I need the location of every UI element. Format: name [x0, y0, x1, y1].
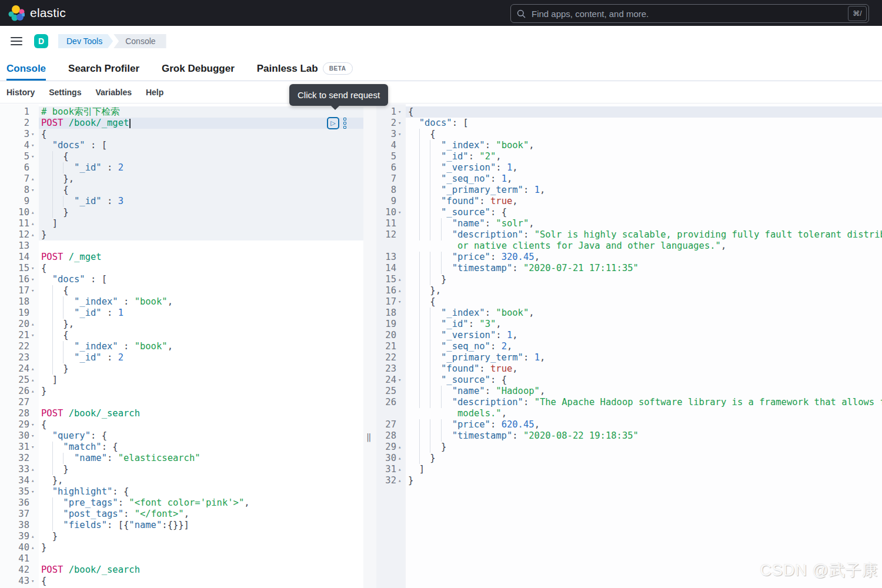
request-options-kebab-icon[interactable]: [343, 118, 346, 130]
play-icon: ▷: [330, 119, 335, 127]
code-line: 11▴]: [0, 218, 363, 229]
code-line: 36"pre_tags": "<font color='pink'>",: [0, 497, 363, 509]
code-line: 17▾{: [0, 285, 363, 296]
code-line: 4"_index": "book",: [376, 140, 882, 151]
code-line: 3▾{: [0, 129, 363, 140]
tab-grok-debugger[interactable]: Grok Debugger: [162, 56, 235, 81]
menu-item-settings[interactable]: Settings: [49, 88, 81, 97]
breadcrumb-dev-tools[interactable]: Dev Tools: [58, 34, 113, 48]
menu-item-variables[interactable]: Variables: [95, 88, 132, 97]
code-line: 23"found": true,: [376, 363, 882, 375]
code-line: 29▾{: [0, 419, 363, 430]
code-line: 43▾{: [0, 576, 363, 587]
code-line: 3▾{: [376, 129, 882, 140]
code-line: 31▴]: [376, 464, 882, 475]
code-line: 11"name": "solr",: [376, 218, 882, 229]
code-line: 42POST /book/_search: [0, 564, 363, 576]
tab-console[interactable]: Console: [6, 56, 46, 81]
code-line: 2POST /book/_mget: [0, 118, 363, 129]
code-line: 41: [0, 553, 363, 564]
code-line: 16▾"docs" : [: [0, 274, 363, 285]
code-line: 24▴}: [0, 363, 363, 375]
beta-badge: BETA: [323, 62, 353, 75]
code-line: 20"_version": 1,: [376, 330, 882, 341]
space-avatar[interactable]: D: [34, 34, 48, 48]
code-line: 26"description": "The Apache Hadoop soft…: [376, 397, 882, 408]
request-editor[interactable]: ▷ 1# book索引下检索2POST /book/_mget3▾{4▾"doc…: [0, 104, 363, 588]
code-line: 29▴}: [376, 442, 882, 453]
code-line: 6"_version": 1,: [376, 162, 882, 173]
code-line: 1# book索引下检索: [0, 106, 363, 118]
tooltip-arrow: [330, 105, 340, 110]
code-line: 38"fields": [{"name":{}}]: [0, 520, 363, 531]
code-line: 28"timestamp": "2020-08-22 19:18:35": [376, 430, 882, 442]
code-line: 6"_id" : 2: [0, 162, 363, 173]
code-line: 12▴}: [0, 229, 363, 240]
code-line: 35▾"highlight": {: [0, 486, 363, 497]
brand-text: elastic: [30, 6, 66, 20]
tab-painless-lab[interactable]: Painless Lab BETA: [257, 56, 353, 81]
code-line: 32"name": "elasticsearch": [0, 453, 363, 464]
code-line: 5▾{: [0, 151, 363, 162]
code-line: 13: [0, 240, 363, 252]
code-line: 27: [0, 397, 363, 408]
code-line: 22"_primary_term": 1,: [376, 352, 882, 363]
send-request-button[interactable]: ▷: [327, 117, 339, 129]
code-line: 30▴}: [376, 453, 882, 464]
menu-item-history[interactable]: History: [6, 88, 35, 97]
response-viewer[interactable]: 1▾{2▾"docs": [3▾{4"_index": "book",5"_id…: [376, 104, 882, 588]
code-line: 17▾{: [376, 296, 882, 308]
text-cursor: [129, 119, 131, 128]
code-line: 21▾{: [0, 330, 363, 341]
code-line: 13"price": 320.45,: [376, 252, 882, 263]
search-input[interactable]: [530, 8, 848, 19]
watermark: CSDN @武子康: [760, 560, 878, 581]
code-line: 2▾"docs": [: [376, 118, 882, 129]
code-line: 7▴},: [0, 173, 363, 185]
breadcrumb-console[interactable]: Console: [113, 34, 166, 48]
code-line: 22"_index" : "book",: [0, 341, 363, 352]
console-area: ▷ 1# book索引下检索2POST /book/_mget3▾{4▾"doc…: [0, 104, 882, 588]
code-line: 10▴}: [0, 207, 363, 218]
code-line: 39▴}: [0, 531, 363, 542]
code-line: 30▾"query": {: [0, 430, 363, 442]
global-search[interactable]: ⌘/: [510, 4, 869, 23]
code-line: 14"timestamp": "2020-07-21 17:11:35": [376, 263, 882, 274]
code-line: 1▾{: [376, 106, 882, 118]
search-shortcut-badge: ⌘/: [848, 6, 867, 21]
code-line: 19"_id" : 1: [0, 308, 363, 319]
code-line: 21"_seq_no": 2,: [376, 341, 882, 352]
code-line: 33▴}: [0, 464, 363, 475]
code-line: 27"price": 620.45,: [376, 419, 882, 430]
code-line: 10▾"_source": {: [376, 207, 882, 218]
code-line: 23"_id" : 2: [0, 352, 363, 363]
code-line: 9"found": true,: [376, 196, 882, 207]
menu-icon[interactable]: [11, 37, 22, 45]
code-line: 5"_id": "2",: [376, 151, 882, 162]
code-line: 31▾"match": {: [0, 442, 363, 453]
menu-item-help[interactable]: Help: [146, 88, 163, 97]
code-line: 18"_index" : "book",: [0, 296, 363, 308]
code-line: 40▴}: [0, 542, 363, 553]
code-line: 37"post_tags": "</font>",: [0, 509, 363, 520]
code-line: 16▴},: [376, 285, 882, 296]
code-line: 34▴},: [0, 475, 363, 486]
tooltip: Click to send request: [289, 84, 388, 106]
header-row: D Dev Tools Console: [0, 26, 882, 56]
resize-grip-icon: ‖: [366, 432, 371, 442]
code-line: 20▴},: [0, 319, 363, 330]
tab-search-profiler[interactable]: Search Profiler: [68, 56, 139, 81]
code-line: 15▴}: [376, 274, 882, 285]
code-line: 18"_index": "book",: [376, 308, 882, 319]
dev-tools-tabs: Console Search Profiler Grok Debugger Pa…: [0, 56, 882, 81]
panel-resize-handle[interactable]: ‖: [363, 104, 376, 588]
code-line: 7"_seq_no": 1,: [376, 173, 882, 185]
code-line: 19"_id": "3",: [376, 319, 882, 330]
code-line: 4▾"docs" : [: [0, 140, 363, 151]
code-line: 25"name": "Hadoop",: [376, 386, 882, 397]
code-line: 26▴}: [0, 386, 363, 397]
code-line: 9"_id" : 3: [0, 196, 363, 207]
code-line: 24▾"_source": {: [376, 375, 882, 386]
top-navigation-bar: elastic ⌘/: [0, 0, 882, 26]
code-line: 14POST /_mget: [0, 252, 363, 263]
